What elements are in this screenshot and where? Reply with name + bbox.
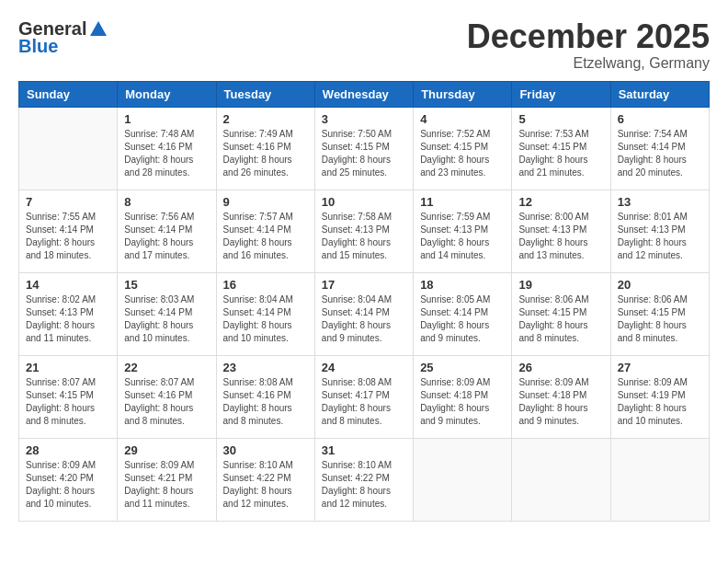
- calendar-header-row: Sunday Monday Tuesday Wednesday Thursday…: [19, 81, 710, 107]
- day-number: 14: [26, 278, 110, 292]
- calendar-table: Sunday Monday Tuesday Wednesday Thursday…: [18, 81, 710, 522]
- day-number: 11: [420, 195, 505, 209]
- day-number: 4: [420, 112, 505, 126]
- day-info: Sunrise: 7:48 AMSunset: 4:16 PMDaylight:…: [124, 128, 209, 179]
- calendar-cell: 17Sunrise: 8:04 AMSunset: 4:14 PMDayligh…: [314, 272, 413, 355]
- logo: General Blue: [18, 18, 108, 57]
- calendar-week-row: 28Sunrise: 8:09 AMSunset: 4:20 PMDayligh…: [19, 438, 710, 521]
- day-number: 9: [223, 195, 308, 209]
- day-info: Sunrise: 7:57 AMSunset: 4:14 PMDaylight:…: [223, 211, 308, 262]
- day-number: 30: [223, 443, 308, 457]
- day-number: 27: [618, 361, 702, 374]
- calendar-cell: 23Sunrise: 8:08 AMSunset: 4:16 PMDayligh…: [216, 355, 314, 438]
- day-number: 21: [26, 361, 110, 374]
- day-info: Sunrise: 8:09 AMSunset: 4:20 PMDaylight:…: [26, 459, 110, 511]
- day-info: Sunrise: 7:50 AMSunset: 4:15 PMDaylight:…: [322, 128, 406, 179]
- day-number: 22: [124, 361, 209, 374]
- svg-marker-0: [90, 21, 107, 36]
- day-info: Sunrise: 8:09 AMSunset: 4:18 PMDaylight:…: [518, 376, 603, 428]
- col-thursday: Thursday: [414, 81, 512, 107]
- calendar-cell: 27Sunrise: 8:09 AMSunset: 4:19 PMDayligh…: [610, 355, 709, 438]
- calendar-cell: 26Sunrise: 8:09 AMSunset: 4:18 PMDayligh…: [512, 355, 610, 438]
- calendar-cell: 6Sunrise: 7:54 AMSunset: 4:14 PMDaylight…: [610, 107, 709, 190]
- calendar-cell: 8Sunrise: 7:56 AMSunset: 4:14 PMDaylight…: [118, 190, 216, 272]
- day-info: Sunrise: 7:59 AMSunset: 4:13 PMDaylight:…: [420, 211, 505, 262]
- day-number: 5: [518, 112, 603, 126]
- day-info: Sunrise: 7:56 AMSunset: 4:14 PMDaylight:…: [124, 211, 209, 262]
- day-info: Sunrise: 7:53 AMSunset: 4:15 PMDaylight:…: [518, 128, 603, 179]
- calendar-cell: 31Sunrise: 8:10 AMSunset: 4:22 PMDayligh…: [314, 438, 413, 521]
- calendar-cell: [512, 438, 610, 521]
- day-info: Sunrise: 8:05 AMSunset: 4:14 PMDaylight:…: [420, 293, 505, 345]
- day-number: 29: [124, 443, 209, 457]
- day-number: 20: [618, 278, 702, 292]
- calendar-cell: 30Sunrise: 8:10 AMSunset: 4:22 PMDayligh…: [216, 438, 314, 521]
- calendar-cell: 5Sunrise: 7:53 AMSunset: 4:15 PMDaylight…: [512, 107, 610, 190]
- calendar-cell: 14Sunrise: 8:02 AMSunset: 4:13 PMDayligh…: [19, 272, 118, 355]
- calendar-cell: 1Sunrise: 7:48 AMSunset: 4:16 PMDaylight…: [118, 107, 216, 190]
- day-info: Sunrise: 8:00 AMSunset: 4:13 PMDaylight:…: [518, 211, 603, 262]
- calendar-cell: 19Sunrise: 8:06 AMSunset: 4:15 PMDayligh…: [512, 272, 610, 355]
- calendar-cell: 29Sunrise: 8:09 AMSunset: 4:21 PMDayligh…: [118, 438, 216, 521]
- day-number: 3: [322, 112, 406, 126]
- calendar-week-row: 7Sunrise: 7:55 AMSunset: 4:14 PMDaylight…: [19, 190, 710, 272]
- day-info: Sunrise: 8:09 AMSunset: 4:18 PMDaylight:…: [420, 376, 505, 428]
- calendar-cell: 2Sunrise: 7:49 AMSunset: 4:16 PMDaylight…: [216, 107, 314, 190]
- page-header: General Blue December 2025 Etzelwang, Ge…: [18, 18, 710, 72]
- day-number: 8: [124, 195, 209, 209]
- day-info: Sunrise: 8:02 AMSunset: 4:13 PMDaylight:…: [26, 293, 110, 345]
- month-title: December 2025: [467, 18, 710, 55]
- day-info: Sunrise: 8:03 AMSunset: 4:14 PMDaylight:…: [124, 293, 209, 345]
- calendar-cell: 28Sunrise: 8:09 AMSunset: 4:20 PMDayligh…: [19, 438, 118, 521]
- calendar-cell: 11Sunrise: 7:59 AMSunset: 4:13 PMDayligh…: [414, 190, 512, 272]
- calendar-cell: 24Sunrise: 8:08 AMSunset: 4:17 PMDayligh…: [314, 355, 413, 438]
- day-number: 2: [223, 112, 308, 126]
- calendar-week-row: 14Sunrise: 8:02 AMSunset: 4:13 PMDayligh…: [19, 272, 710, 355]
- day-number: 23: [223, 361, 308, 374]
- day-info: Sunrise: 8:01 AMSunset: 4:13 PMDaylight:…: [618, 211, 702, 262]
- day-info: Sunrise: 8:10 AMSunset: 4:22 PMDaylight:…: [322, 459, 406, 511]
- day-number: 24: [322, 361, 406, 374]
- day-info: Sunrise: 8:06 AMSunset: 4:15 PMDaylight:…: [518, 293, 603, 345]
- col-monday: Monday: [118, 81, 216, 107]
- day-info: Sunrise: 7:49 AMSunset: 4:16 PMDaylight:…: [223, 128, 308, 179]
- calendar-cell: [19, 107, 118, 190]
- day-number: 15: [124, 278, 209, 292]
- day-info: Sunrise: 8:09 AMSunset: 4:19 PMDaylight:…: [618, 376, 702, 428]
- day-info: Sunrise: 8:06 AMSunset: 4:15 PMDaylight:…: [618, 293, 702, 345]
- day-number: 25: [420, 361, 505, 374]
- calendar-cell: 12Sunrise: 8:00 AMSunset: 4:13 PMDayligh…: [512, 190, 610, 272]
- day-info: Sunrise: 8:04 AMSunset: 4:14 PMDaylight:…: [322, 293, 406, 345]
- day-info: Sunrise: 8:08 AMSunset: 4:17 PMDaylight:…: [322, 376, 406, 428]
- day-info: Sunrise: 7:55 AMSunset: 4:14 PMDaylight:…: [26, 211, 110, 262]
- calendar-cell: 13Sunrise: 8:01 AMSunset: 4:13 PMDayligh…: [610, 190, 709, 272]
- calendar-cell: 4Sunrise: 7:52 AMSunset: 4:15 PMDaylight…: [414, 107, 512, 190]
- day-info: Sunrise: 8:07 AMSunset: 4:15 PMDaylight:…: [26, 376, 110, 428]
- calendar-cell: 10Sunrise: 7:58 AMSunset: 4:13 PMDayligh…: [314, 190, 413, 272]
- calendar-cell: 18Sunrise: 8:05 AMSunset: 4:14 PMDayligh…: [414, 272, 512, 355]
- day-number: 16: [223, 278, 308, 292]
- day-number: 26: [518, 361, 603, 374]
- day-info: Sunrise: 7:54 AMSunset: 4:14 PMDaylight:…: [618, 128, 702, 179]
- calendar-cell: 15Sunrise: 8:03 AMSunset: 4:14 PMDayligh…: [118, 272, 216, 355]
- calendar-cell: 3Sunrise: 7:50 AMSunset: 4:15 PMDaylight…: [314, 107, 413, 190]
- day-info: Sunrise: 7:58 AMSunset: 4:13 PMDaylight:…: [322, 211, 406, 262]
- calendar-week-row: 1Sunrise: 7:48 AMSunset: 4:16 PMDaylight…: [19, 107, 710, 190]
- day-number: 13: [618, 195, 702, 209]
- day-info: Sunrise: 7:52 AMSunset: 4:15 PMDaylight:…: [420, 128, 505, 179]
- day-info: Sunrise: 8:09 AMSunset: 4:21 PMDaylight:…: [124, 459, 209, 511]
- day-number: 1: [124, 112, 209, 126]
- day-number: 31: [322, 443, 406, 457]
- calendar-cell: 22Sunrise: 8:07 AMSunset: 4:16 PMDayligh…: [118, 355, 216, 438]
- col-friday: Friday: [512, 81, 610, 107]
- location: Etzelwang, Germany: [467, 55, 710, 72]
- day-number: 10: [322, 195, 406, 209]
- day-number: 18: [420, 278, 505, 292]
- day-number: 17: [322, 278, 406, 292]
- day-number: 28: [26, 443, 110, 457]
- calendar-cell: 16Sunrise: 8:04 AMSunset: 4:14 PMDayligh…: [216, 272, 314, 355]
- logo-blue: Blue: [18, 36, 108, 57]
- calendar-cell: [414, 438, 512, 521]
- calendar-cell: 25Sunrise: 8:09 AMSunset: 4:18 PMDayligh…: [414, 355, 512, 438]
- day-number: 7: [26, 195, 110, 209]
